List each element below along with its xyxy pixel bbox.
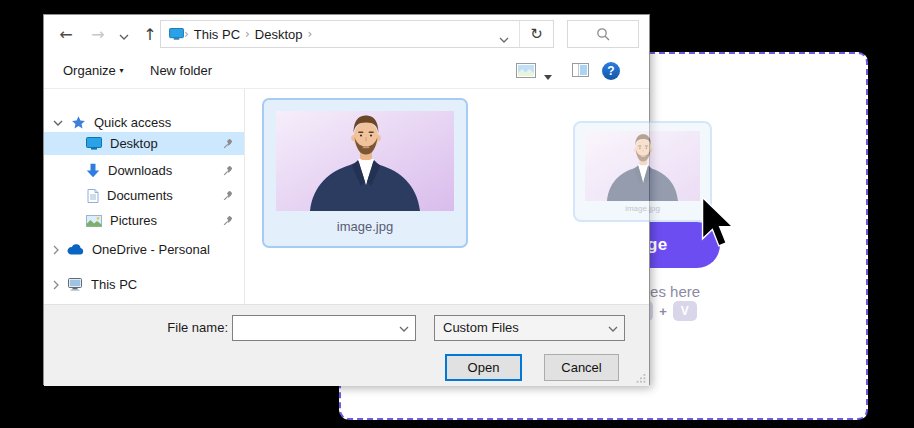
drag-preview-filename: image.jpg bbox=[585, 204, 700, 213]
thumbnails-view-icon bbox=[516, 63, 536, 78]
computer-icon bbox=[67, 278, 83, 291]
file-thumbnail-photo bbox=[276, 111, 454, 211]
sidebar-item-documents[interactable]: Documents bbox=[44, 184, 244, 207]
drag-preview-card: image.jpg bbox=[573, 121, 712, 222]
pin-icon bbox=[223, 138, 234, 149]
chevron-down-icon bbox=[119, 34, 129, 40]
screenshot-stage: Upload Image or drop images here CTRL + … bbox=[0, 0, 914, 428]
sidebar-item-this-pc[interactable]: This PC bbox=[44, 273, 244, 296]
documents-icon bbox=[87, 189, 99, 203]
pin-icon bbox=[223, 190, 234, 201]
sidebar-label: Desktop bbox=[110, 136, 158, 151]
chevron-right-icon[interactable] bbox=[53, 245, 59, 255]
mouse-cursor-icon bbox=[701, 196, 735, 248]
file-item-image-jpg[interactable]: image.jpg bbox=[262, 98, 468, 248]
file-name-label: image.jpg bbox=[276, 219, 454, 234]
view-options-caret[interactable] bbox=[544, 68, 552, 83]
breadcrumb-this-pc[interactable]: This PC bbox=[194, 27, 240, 42]
file-name-field-label: File name: bbox=[124, 315, 228, 341]
sidebar-label: Pictures bbox=[110, 213, 157, 228]
sidebar-label: Documents bbox=[107, 188, 173, 203]
breadcrumb-separator: › bbox=[245, 27, 250, 41]
sidebar-item-desktop[interactable]: Desktop bbox=[44, 132, 244, 155]
file-type-select[interactable]: Custom Files bbox=[434, 315, 625, 341]
pin-icon bbox=[223, 215, 234, 226]
quick-access-star-icon bbox=[71, 115, 86, 130]
organize-menu[interactable]: Organize ▾ bbox=[63, 53, 123, 88]
plus-separator: + bbox=[659, 304, 667, 319]
dialog-toolbar: Organize ▾ New folder bbox=[44, 53, 649, 89]
sidebar-label: Quick access bbox=[94, 115, 171, 130]
recent-locations-button[interactable] bbox=[116, 23, 132, 47]
caret-down-icon: ▾ bbox=[119, 66, 123, 75]
sidebar-item-quick-access[interactable]: Quick access bbox=[44, 111, 244, 134]
file-name-combo bbox=[232, 315, 416, 341]
address-dropdown-button[interactable] bbox=[499, 31, 509, 46]
dialog-footer: File name: Custom Files Open Cancel bbox=[44, 304, 649, 386]
sidebar-label: This PC bbox=[91, 277, 137, 292]
sidebar-label: Downloads bbox=[108, 163, 172, 178]
search-icon bbox=[596, 27, 610, 41]
search-box[interactable] bbox=[567, 20, 639, 48]
file-type-value: Custom Files bbox=[443, 320, 519, 335]
new-folder-button[interactable]: New folder bbox=[150, 53, 212, 88]
pin-icon bbox=[223, 165, 234, 176]
forward-button[interactable]: → bbox=[86, 23, 110, 47]
sidebar-item-onedrive[interactable]: OneDrive - Personal bbox=[44, 238, 244, 261]
file-name-input[interactable] bbox=[233, 316, 395, 340]
breadcrumb-separator: › bbox=[184, 27, 189, 41]
pane-divider bbox=[244, 89, 245, 304]
navigation-pane: Quick access Desktop Downloads bbox=[44, 89, 244, 304]
chevron-down-icon bbox=[499, 37, 509, 43]
sidebar-label: OneDrive - Personal bbox=[92, 242, 210, 257]
chevron-right-icon[interactable] bbox=[53, 280, 59, 290]
file-open-dialog: ← → ↑ › This PC › Desktop › ↻ bbox=[43, 14, 650, 385]
chevron-down-icon[interactable] bbox=[399, 326, 409, 332]
breadcrumb-desktop[interactable]: Desktop bbox=[255, 27, 303, 42]
preview-pane-icon bbox=[572, 63, 589, 77]
preview-pane-button[interactable] bbox=[572, 63, 589, 80]
desktop-icon bbox=[86, 137, 102, 150]
breadcrumb-separator: › bbox=[308, 27, 313, 41]
drag-preview-photo bbox=[585, 131, 700, 201]
chevron-down-icon bbox=[608, 326, 618, 332]
up-button[interactable]: ↑ bbox=[138, 23, 162, 47]
v-key-badge: V bbox=[673, 301, 697, 321]
sidebar-item-pictures[interactable]: Pictures bbox=[44, 209, 244, 232]
help-button[interactable]: ? bbox=[602, 62, 620, 80]
pictures-icon bbox=[86, 215, 102, 227]
caret-down-icon bbox=[544, 75, 552, 80]
open-button[interactable]: Open bbox=[445, 354, 522, 381]
onedrive-icon bbox=[67, 244, 84, 255]
refresh-button[interactable]: ↻ bbox=[519, 21, 553, 47]
address-bar[interactable]: › This PC › Desktop › ↻ bbox=[160, 20, 554, 48]
this-pc-icon bbox=[169, 28, 184, 40]
chevron-down-icon[interactable] bbox=[53, 120, 63, 126]
back-button[interactable]: ← bbox=[54, 23, 78, 47]
resize-grip[interactable] bbox=[636, 373, 646, 383]
cancel-button[interactable]: Cancel bbox=[544, 354, 619, 381]
downloads-icon bbox=[86, 163, 100, 178]
change-view-button[interactable] bbox=[516, 63, 536, 81]
organize-label: Organize bbox=[63, 63, 116, 78]
sidebar-item-downloads[interactable]: Downloads bbox=[44, 159, 244, 182]
